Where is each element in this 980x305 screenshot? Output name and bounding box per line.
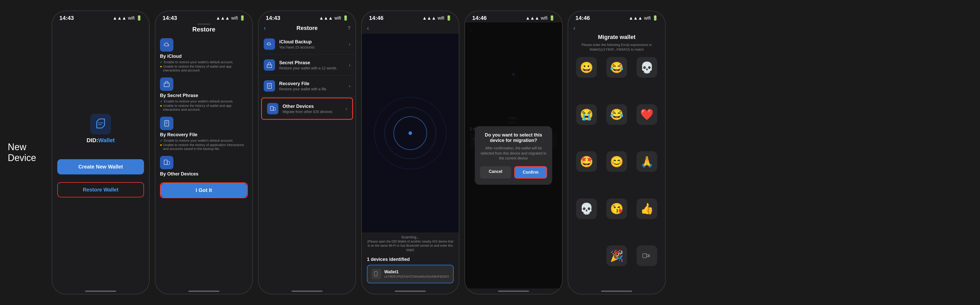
secret-icon bbox=[160, 78, 173, 91]
time-6: 14:46 bbox=[576, 15, 590, 21]
got-it-button[interactable]: I Got It bbox=[161, 183, 247, 197]
dialog-title: Do you want to select this device for mi… bbox=[480, 132, 547, 143]
home-indicator-5 bbox=[498, 291, 529, 292]
migrate-title: Migrate wallet bbox=[573, 34, 660, 41]
svg-rect-0 bbox=[90, 114, 111, 135]
phone-2: 14:43 ▲▲▲ wifi 🔋 Restore By iCloud ✓ Ena… bbox=[155, 11, 253, 294]
nav-title-3: Restore bbox=[296, 25, 318, 32]
option-other-title: Other Devices bbox=[283, 104, 345, 109]
device-icon-4 bbox=[372, 269, 381, 279]
status-bar-6: 14:46 ▲▲▲ wifi 🔋 bbox=[568, 11, 665, 22]
option-icloud-info: iCloud Backup You have 23 accounts bbox=[279, 39, 349, 49]
emoji-6[interactable]: 🤩 bbox=[576, 151, 597, 172]
recovery-desc1: Enable to restore your wallet's default … bbox=[164, 138, 233, 143]
icloud-desc2: Unable to restore the history of wallet … bbox=[163, 65, 248, 72]
scanner-circles bbox=[372, 94, 449, 172]
option-recovery-title: Recovery File bbox=[279, 81, 349, 86]
status-icons-1: ▲▲▲ wifi 🔋 bbox=[113, 15, 142, 21]
dialog-desc: After confirmation, the wallet will be s… bbox=[480, 146, 547, 161]
inner-ring bbox=[393, 116, 427, 150]
wifi-icon-6: wifi bbox=[644, 16, 651, 21]
emoji-9[interactable]: 💀 bbox=[576, 199, 597, 219]
secret-check2: ● Unable to restore the history of walle… bbox=[160, 104, 248, 111]
emoji-3[interactable]: 😭 bbox=[576, 104, 597, 125]
create-wallet-button[interactable]: Create New Wallet bbox=[57, 159, 144, 175]
icloud-check2: ● Unable to restore the history of walle… bbox=[160, 65, 248, 72]
emoji-13[interactable]: 🎉 bbox=[606, 245, 627, 266]
new-device-label: New Device bbox=[8, 142, 46, 163]
status-icons-6: ▲▲▲ wifi 🔋 bbox=[629, 15, 658, 21]
signal-icon-2: ▲▲▲ bbox=[216, 16, 230, 21]
status-icons-4: ▲▲▲ wifi 🔋 bbox=[422, 15, 452, 21]
emoji-1[interactable]: 😂 bbox=[606, 57, 627, 78]
scanning-screen: Scanning... (Please open the DID Wallet … bbox=[362, 34, 459, 289]
migrate-desc: Please enter the following Emoji express… bbox=[573, 43, 660, 52]
battery-icon-6: 🔋 bbox=[652, 15, 658, 21]
emoji-4[interactable]: 😂 bbox=[606, 104, 627, 125]
back-button-3[interactable]: ‹ bbox=[264, 24, 266, 32]
welcome-screen: DID:Wallet Create New Wallet Restore Wal… bbox=[52, 22, 149, 289]
home-indicator-4 bbox=[395, 291, 426, 292]
migrate-screen: Migrate wallet Please enter the followin… bbox=[568, 34, 665, 289]
battery-icon-5: 🔋 bbox=[549, 15, 555, 21]
option-recovery-icon bbox=[264, 80, 275, 92]
other-devices-highlight: Other Devices Migrate from other iOS dev… bbox=[261, 97, 353, 120]
status-bar-4: 14:46 ▲▲▲ wifi 🔋 bbox=[362, 11, 459, 22]
emoji-grid: 😀 😂 💀 😭 😂 ❤️ 🤩 😊 🙏 💀 😘 👍 🎉 bbox=[573, 57, 660, 289]
secret-section: By Secret Phrase ✓ Enable to restore you… bbox=[160, 78, 248, 112]
emoji-8[interactable]: 🙏 bbox=[636, 151, 657, 172]
time-1: 14:43 bbox=[59, 15, 74, 21]
green-check-1: ✓ bbox=[160, 60, 163, 64]
restore-wallet-button[interactable]: Restore Wallet bbox=[58, 183, 143, 197]
option-other-devices[interactable]: Other Devices Migrate from other iOS dev… bbox=[262, 98, 352, 119]
phone-6: 14:46 ▲▲▲ wifi 🔋 ‹ Migrate wallet Please… bbox=[568, 11, 666, 294]
battery-icon-2: 🔋 bbox=[239, 15, 245, 21]
cancel-button[interactable]: Cancel bbox=[480, 166, 511, 179]
confirm-button[interactable]: Confirm bbox=[514, 166, 547, 179]
option-other-icon bbox=[267, 103, 278, 114]
signal-icon-4: ▲▲▲ bbox=[422, 16, 436, 21]
icloud-check1: ✓ Enable to restore your wallet's defaul… bbox=[160, 60, 248, 64]
emoji-11[interactable]: 👍 bbox=[636, 199, 657, 219]
signal-icon: ▲▲▲ bbox=[113, 16, 126, 21]
restore-menu-screen: ‹ Restore ? iCloud Backup You have 23 ac… bbox=[259, 22, 356, 289]
option-secret-desc: Restore your wallet with a 12 words. bbox=[279, 66, 349, 70]
emoji-14[interactable] bbox=[636, 245, 657, 266]
option-icloud[interactable]: iCloud Backup You have 23 accounts › bbox=[259, 34, 356, 55]
icloud-desc1: Enable to restore your wallet's default … bbox=[164, 60, 233, 64]
status-bar-1: 14:43 ▲▲▲ wifi 🔋 bbox=[52, 11, 149, 22]
signal-icon-6: ▲▲▲ bbox=[629, 16, 643, 21]
option-secret-title: Secret Phrase bbox=[279, 60, 349, 65]
device-item-4[interactable]: Wallet1 z1Y9GFLFNZXoH72UihnwNzxFpVb8nFdD… bbox=[367, 265, 453, 283]
wifi-icon-5: wifi bbox=[541, 16, 547, 21]
svg-rect-1 bbox=[164, 83, 169, 87]
emoji-10[interactable]: 😘 bbox=[606, 199, 627, 219]
icloud-section: By iCloud ✓ Enable to restore your walle… bbox=[160, 38, 248, 73]
chevron-other: › bbox=[345, 106, 347, 111]
status-bar-2: 14:43 ▲▲▲ wifi 🔋 bbox=[155, 11, 252, 22]
back-button-4[interactable]: ‹ bbox=[367, 24, 369, 32]
signal-icon-3: ▲▲▲ bbox=[319, 16, 333, 21]
yellow-check-2: ● bbox=[160, 104, 162, 108]
phone-5: 14:46 ▲▲▲ wifi 🔋 ‹ bbox=[465, 11, 563, 294]
option-icloud-icon bbox=[264, 38, 275, 50]
drag-indicator bbox=[197, 24, 210, 25]
help-button-3[interactable]: ? bbox=[348, 25, 350, 31]
home-indicator-2 bbox=[188, 291, 220, 292]
wallet-did: DID: bbox=[86, 137, 98, 143]
option-recovery-info: Recovery File Restore your wallet with a… bbox=[279, 81, 349, 91]
emoji-7[interactable]: 😊 bbox=[606, 151, 627, 172]
devices-found: 1 devices identified Wallet1 z1Y9GFLFNZX… bbox=[362, 254, 459, 289]
battery-icon-4: 🔋 bbox=[446, 15, 452, 21]
back-button-6[interactable]: ‹ bbox=[573, 24, 576, 32]
svg-rect-3 bbox=[164, 160, 167, 165]
left-label-area: New Device bbox=[5, 142, 46, 163]
emoji-0[interactable]: 😀 bbox=[576, 57, 597, 78]
chevron-secret: › bbox=[349, 62, 350, 68]
emoji-5[interactable]: ❤️ bbox=[636, 104, 657, 125]
option-secret[interactable]: Secret Phrase Restore your wallet with a… bbox=[259, 55, 356, 76]
emoji-2[interactable]: 💀 bbox=[636, 57, 657, 78]
option-recovery[interactable]: Recovery File Restore your wallet with a… bbox=[259, 76, 356, 97]
green-check-2: ✓ bbox=[160, 99, 163, 103]
got-it-btn-outline: I Got It bbox=[160, 183, 248, 198]
